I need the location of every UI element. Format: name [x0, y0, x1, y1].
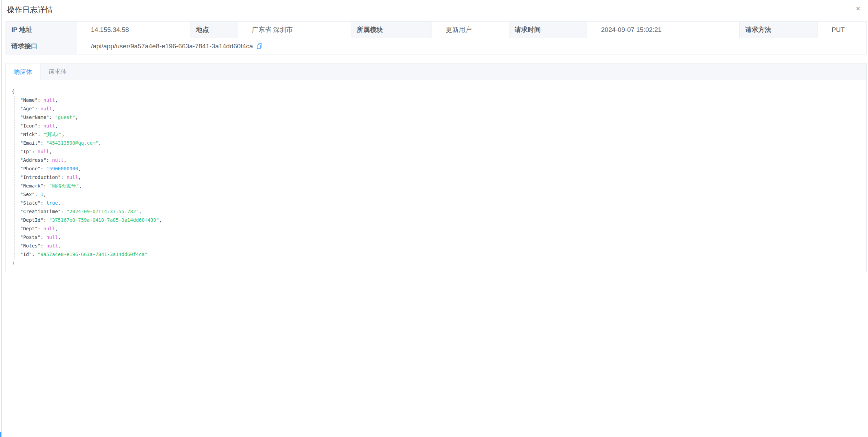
- json-value-string: "懒得创账号": [49, 183, 79, 189]
- json-line: "Name": null,: [20, 96, 861, 105]
- json-line: "CreationTime": "2024-09-07T14:37:55.782…: [20, 207, 861, 216]
- tab-panel-response: { "Name": null,"Age": null,"UserName": "…: [6, 80, 866, 273]
- body-tabs-card: 响应体 请求体 { "Name": null,"Age": null,"User…: [5, 63, 867, 272]
- json-value-string: "375167e0-759a-0410-7a85-3a14dd60f439": [49, 217, 159, 223]
- json-value-null: null: [46, 243, 58, 248]
- json-line: "Address": null,: [20, 156, 861, 165]
- api-path-text: /api/app/user/9a57a4e8-e196-663a-7841-3a…: [91, 43, 253, 50]
- json-line: "Dept": null,: [20, 224, 861, 233]
- json-value-null: null: [43, 226, 55, 231]
- json-value-string: "测试2": [43, 132, 61, 137]
- json-value-string: "2024-09-07T14:37:55.782": [67, 209, 139, 214]
- field-value-module: 更新用户: [432, 22, 509, 38]
- json-value-number: 15900000000: [46, 166, 78, 171]
- field-label-location: 地点: [190, 22, 238, 38]
- field-label-method: 请求方法: [740, 22, 818, 38]
- field-value-location: 广东省 深圳市: [238, 22, 351, 38]
- tabs-header: 响应体 请求体: [6, 63, 866, 80]
- field-label-ip: IP 地址: [6, 22, 77, 38]
- json-value-null: null: [40, 106, 52, 111]
- field-value-method: PUT: [818, 22, 866, 38]
- field-value-time: 2024-09-07 15:02:21: [587, 22, 740, 38]
- json-value-null: null: [38, 149, 49, 154]
- json-value-null: null: [46, 234, 58, 240]
- json-line: "UserName": "guest",: [20, 113, 861, 122]
- json-line: "Age": null,: [20, 105, 861, 113]
- json-line: "Nick": "测试2",: [20, 130, 861, 139]
- log-info-table: IP 地址 14.155.34.58 地点 广东省 深圳市 所属模块 更新用户 …: [5, 21, 867, 54]
- json-line: "Remark": "懒得创账号",: [20, 182, 861, 190]
- json-value-string: "454313500@qq.com": [46, 140, 98, 146]
- json-line: "Posts": null,: [20, 233, 861, 242]
- json-value-string: "guest": [55, 114, 75, 120]
- field-value-ip: 14.155.34.58: [77, 22, 190, 38]
- json-line: "DeptId": "375167e0-759a-0410-7a85-3a14d…: [20, 216, 861, 224]
- field-value-api: /api/app/user/9a57a4e8-e196-663a-7841-3a…: [77, 38, 866, 54]
- json-value-null: null: [43, 97, 55, 103]
- field-label-module: 所属模块: [351, 22, 432, 38]
- json-close-brace: }: [12, 259, 861, 267]
- json-line: "Id": "9a57a4e8-e196-663a-7841-3a14dd60f…: [20, 250, 861, 259]
- operation-log-dialog: 操作日志详情 × IP 地址 14.155.34.58 地点 广东省 深圳市 所…: [2, 0, 868, 437]
- dialog-title: 操作日志详情: [7, 5, 53, 14]
- json-line: "Introduction": null,: [20, 173, 861, 182]
- close-icon[interactable]: ×: [853, 3, 863, 14]
- tab-response-body[interactable]: 响应体: [6, 63, 40, 80]
- dialog-header: 操作日志详情 ×: [2, 0, 868, 18]
- json-line: "State": true,: [20, 199, 861, 207]
- backdrop-blue-artifact: [0, 432, 1, 437]
- json-value-string: "9a57a4e8-e196-663a-7841-3a14dd60f4ca": [38, 252, 148, 257]
- field-label-time: 请求时间: [509, 22, 587, 38]
- json-entries: "Name": null,"Age": null,"UserName": "gu…: [14, 96, 861, 259]
- json-line: "Icon": null,: [20, 122, 861, 130]
- json-value-null: null: [43, 123, 55, 129]
- json-value-null: null: [67, 174, 78, 180]
- json-line: "Phone": 15900000000,: [20, 165, 861, 173]
- json-line: "Sex": 1,: [20, 190, 861, 199]
- json-line: "Email": "454313500@qq.com",: [20, 139, 861, 147]
- json-value-null: null: [52, 157, 64, 163]
- tab-request-body[interactable]: 请求体: [40, 63, 75, 80]
- field-label-api: 请求接口: [6, 38, 77, 54]
- json-open-brace: {: [12, 87, 861, 96]
- copy-icon[interactable]: [256, 43, 263, 49]
- json-line: "Roles": null,: [20, 242, 861, 250]
- json-line: "Ip": null,: [20, 147, 861, 156]
- json-value-boolean: true: [46, 200, 58, 206]
- json-viewer: { "Name": null,"Age": null,"UserName": "…: [12, 87, 861, 267]
